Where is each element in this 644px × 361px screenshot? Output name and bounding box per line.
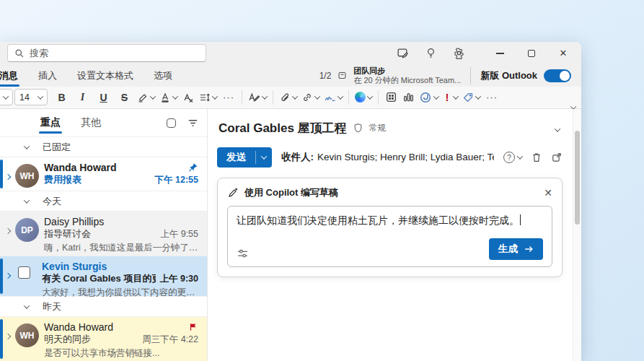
font-size-dropdown[interactable]: 14 (14, 89, 48, 105)
more-commands-button[interactable]: ··· (483, 92, 500, 103)
styles-button[interactable] (247, 88, 268, 107)
attach-button[interactable] (278, 88, 299, 107)
link-button[interactable] (300, 88, 321, 107)
tab-format-text[interactable]: 设置文本格式 (67, 65, 144, 87)
vertical-scrollbar[interactable] (573, 109, 581, 361)
recipients-field[interactable]: 收件人:Kevin Sturgis; Henry Brill; Lydia Ba… (281, 151, 494, 164)
apps-button[interactable] (383, 88, 399, 107)
expand-icon[interactable] (5, 174, 11, 180)
flag-icon[interactable] (188, 322, 198, 332)
chevron-down-icon (453, 93, 459, 99)
sender-name: Wanda Howard (44, 162, 117, 173)
select-all-icon[interactable] (167, 118, 176, 128)
group-header-pinned[interactable]: 已固定 (0, 136, 207, 157)
avatar[interactable]: WH (15, 164, 39, 188)
chevron-down-icon (38, 93, 43, 99)
importance-high-icon: ! (443, 91, 451, 103)
font-color-button[interactable] (158, 88, 179, 107)
mail-time: 上午 9:30 (160, 273, 199, 285)
underline-button[interactable]: U (94, 88, 113, 107)
popout-icon[interactable] (551, 152, 563, 163)
minimize-button[interactable] (493, 47, 506, 60)
clear-formatting-button[interactable] (180, 88, 196, 107)
feedback-button[interactable] (396, 47, 409, 60)
expand-icon[interactable] (5, 334, 11, 339)
mail-preview: 大家好，我想为你提供以下内容的更新... (42, 287, 198, 299)
tag-button[interactable] (461, 88, 482, 107)
collapse-message-icon[interactable] (555, 126, 560, 131)
sensitivity-label[interactable]: 常规 (369, 122, 387, 134)
group-header-label: 昨天 (43, 300, 61, 313)
expand-icon[interactable] (5, 273, 11, 279)
chevron-down-icon (24, 303, 30, 308)
mail-item-coral-gables-update[interactable]: Kevin Sturgis 有关 Coral Gables 项目的更新 上午 9… (0, 256, 207, 296)
sender-name: Kevin Sturgis (42, 261, 107, 272)
chevron-down-icon (150, 93, 156, 99)
sender-name: Wanda Howard (44, 321, 113, 333)
importance-button[interactable]: ! (441, 88, 459, 107)
line-spacing-button[interactable] (198, 88, 219, 107)
copilot-prompt-box[interactable]: 让团队知道我们决定使用粘土瓦片，并继续施工以便按时完成。 生成 (227, 206, 552, 267)
discard-trash-icon[interactable] (531, 152, 542, 163)
tab-other[interactable]: 其他 (79, 110, 102, 135)
unread-bar (0, 319, 3, 359)
link-icon (301, 92, 313, 103)
highlight-button[interactable] (136, 88, 156, 107)
generate-label: 生成 (498, 243, 518, 256)
text-cursor (520, 214, 521, 225)
bold-button[interactable]: B (52, 88, 71, 107)
send-row: 发送 收件人:Kevin Sturgis; Henry Brill; Lydia… (217, 147, 563, 168)
settings-button[interactable] (452, 47, 465, 60)
group-header-today[interactable]: 今天 (0, 191, 207, 211)
mail-item-tomorrow-sync[interactable]: WH Wanda Howard 明天的同步 周三下午 4:22 是否可以共享市场… (0, 316, 207, 361)
sensitivity-help-button[interactable]: ? (503, 152, 522, 163)
poll-button[interactable] (400, 88, 416, 107)
search-placeholder: 搜索 (30, 47, 48, 60)
desktop-background: 搜索 ✕ 消息 插入 (0, 0, 644, 361)
chevron-down-icon (24, 197, 30, 203)
bold-icon: B (53, 92, 70, 103)
send-split-button[interactable]: 发送 (217, 147, 272, 168)
strikethrough-button[interactable]: S (115, 88, 134, 107)
mail-item-coaching-workshop[interactable]: DP Daisy Phillips 指导研讨会 上午 9:55 嗨，Katri，… (0, 211, 207, 256)
group-header-yesterday[interactable]: 昨天 (0, 296, 207, 316)
minimize-icon (496, 53, 504, 53)
tips-button[interactable] (424, 47, 437, 60)
expand-icon[interactable] (5, 228, 11, 234)
filter-icon[interactable] (188, 118, 198, 129)
message-title: Coral Gables 屋顶工程 (219, 120, 347, 136)
send-options-button[interactable] (256, 147, 272, 168)
copilot-prompt-text[interactable]: 让团队知道我们决定使用粘土瓦片，并继续施工以便按时完成。 (237, 214, 519, 226)
maximize-button[interactable] (525, 47, 538, 60)
signature-button[interactable] (322, 88, 344, 107)
search-input[interactable]: 搜索 (7, 44, 206, 62)
copilot-button[interactable] (353, 88, 374, 107)
adjust-sliders-icon[interactable] (237, 248, 249, 260)
tab-options[interactable]: 选项 (144, 65, 182, 87)
tab-focused[interactable]: 重点 (39, 110, 62, 135)
meeting-reminder[interactable]: 团队同步 在 20 分钟的 Microsoft Team... (353, 66, 461, 84)
copilot-close-button[interactable]: ✕ (544, 187, 552, 199)
loop-button[interactable] (418, 88, 440, 107)
font-name-dropdown[interactable] (0, 89, 13, 105)
tab-message[interactable]: 消息 (0, 65, 28, 87)
tab-insert[interactable]: 插入 (28, 65, 67, 87)
title-bar: 搜索 ✕ (0, 42, 581, 65)
mail-checkbox[interactable] (18, 266, 30, 279)
pin-icon[interactable] (188, 162, 198, 173)
font-color-icon (159, 92, 171, 103)
close-button[interactable]: ✕ (557, 47, 570, 60)
chevron-down-icon (338, 93, 343, 99)
highlighter-icon (137, 92, 149, 103)
generate-button[interactable]: 生成 (489, 238, 543, 260)
more-formatting-button[interactable]: ··· (220, 92, 237, 103)
avatar[interactable]: WH (15, 323, 39, 347)
italic-button[interactable]: I (73, 88, 92, 107)
new-outlook-toggle[interactable] (544, 69, 571, 82)
scrollbar-thumb[interactable] (575, 131, 580, 225)
avatar[interactable]: DP (15, 218, 39, 242)
send-button[interactable]: 发送 (217, 147, 255, 168)
chevron-down-icon (262, 93, 268, 99)
meeting-subtitle: 在 20 分钟的 Microsoft Team... (353, 76, 461, 85)
mail-item-expense-report[interactable]: WH Wanda Howard 费用报表 下午 12:55 (0, 157, 207, 191)
